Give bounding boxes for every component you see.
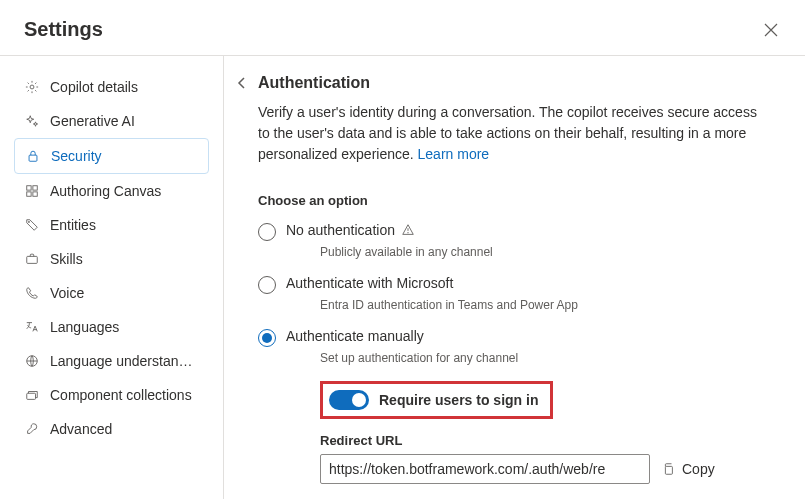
radio-button[interactable] — [258, 223, 276, 241]
sidebar-item-generative-ai[interactable]: Generative AI — [14, 104, 209, 138]
settings-header: Settings — [0, 0, 805, 55]
sidebar-item-label: Voice — [50, 285, 84, 301]
briefcase-icon — [24, 251, 40, 267]
svg-point-10 — [407, 232, 408, 233]
require-signin-highlight: Require users to sign in — [320, 381, 553, 419]
svg-rect-11 — [665, 466, 672, 474]
sidebar-item-copilot-details[interactable]: Copilot details — [14, 70, 209, 104]
lock-icon — [25, 148, 41, 164]
panel-description: Verify a user's identity during a conver… — [258, 102, 771, 165]
wrench-icon — [24, 421, 40, 437]
close-button[interactable] — [761, 20, 781, 40]
sidebar-item-label: Authoring Canvas — [50, 183, 161, 199]
sparkle-icon — [24, 113, 40, 129]
svg-rect-7 — [27, 256, 38, 263]
panel-title: Authentication — [258, 74, 370, 92]
sidebar-item-language-understanding[interactable]: Language understandi... — [14, 344, 209, 378]
copy-label: Copy — [682, 461, 715, 477]
sidebar-item-label: Component collections — [50, 387, 192, 403]
radio-button[interactable] — [258, 276, 276, 294]
settings-sidebar: Copilot details Generative AI Security A… — [0, 55, 224, 499]
svg-point-0 — [30, 85, 34, 89]
sidebar-item-advanced[interactable]: Advanced — [14, 412, 209, 446]
svg-point-6 — [28, 221, 30, 223]
sidebar-item-label: Advanced — [50, 421, 112, 437]
require-signin-toggle[interactable] — [329, 390, 369, 410]
sidebar-item-label: Entities — [50, 217, 96, 233]
option-label: Authenticate manually — [286, 328, 424, 344]
svg-rect-1 — [29, 155, 37, 161]
back-button[interactable] — [234, 75, 250, 91]
sidebar-item-label: Skills — [50, 251, 83, 267]
require-signin-label: Require users to sign in — [379, 392, 538, 408]
tag-icon — [24, 217, 40, 233]
sidebar-item-languages[interactable]: Languages — [14, 310, 209, 344]
svg-rect-2 — [27, 186, 31, 190]
chevron-left-icon — [236, 77, 248, 89]
option-label: Authenticate with Microsoft — [286, 275, 453, 291]
copy-icon — [660, 461, 676, 477]
sidebar-item-label: Generative AI — [50, 113, 135, 129]
sidebar-item-label: Copilot details — [50, 79, 138, 95]
radio-button[interactable] — [258, 329, 276, 347]
sidebar-item-component-collections[interactable]: Component collections — [14, 378, 209, 412]
sidebar-item-authoring-canvas[interactable]: Authoring Canvas — [14, 174, 209, 208]
choose-option-label: Choose an option — [258, 193, 771, 208]
grid-icon — [24, 183, 40, 199]
option-authenticate-microsoft[interactable]: Authenticate with Microsoft — [258, 269, 771, 296]
sidebar-item-label: Language understandi... — [50, 353, 199, 369]
option-sublabel: Publicly available in any channel — [320, 245, 771, 259]
phone-icon — [24, 285, 40, 301]
page-title: Settings — [24, 18, 103, 41]
collection-icon — [24, 387, 40, 403]
auth-options: No authentication Publicly available in … — [258, 216, 771, 499]
option-no-authentication[interactable]: No authentication — [258, 216, 771, 243]
globe-icon — [24, 353, 40, 369]
close-icon — [764, 23, 778, 37]
option-authenticate-manually[interactable]: Authenticate manually — [258, 322, 771, 349]
sidebar-item-entities[interactable]: Entities — [14, 208, 209, 242]
option-label: No authentication — [286, 222, 415, 238]
learn-more-link[interactable]: Learn more — [418, 146, 490, 162]
sidebar-item-skills[interactable]: Skills — [14, 242, 209, 276]
redirect-url-label: Redirect URL — [320, 433, 771, 448]
svg-rect-3 — [33, 186, 37, 190]
svg-rect-9 — [27, 393, 36, 399]
svg-rect-5 — [33, 192, 37, 196]
main-panel: Authentication Verify a user's identity … — [224, 55, 805, 499]
svg-rect-4 — [27, 192, 31, 196]
translate-icon — [24, 319, 40, 335]
redirect-url-input[interactable] — [320, 454, 650, 484]
sidebar-item-label: Security — [51, 148, 102, 164]
sidebar-item-voice[interactable]: Voice — [14, 276, 209, 310]
copy-button[interactable]: Copy — [660, 461, 715, 477]
sidebar-item-label: Languages — [50, 319, 119, 335]
sidebar-item-security[interactable]: Security — [14, 138, 209, 174]
warning-icon — [401, 223, 415, 237]
option-sublabel: Entra ID authentication in Teams and Pow… — [320, 298, 771, 312]
option-sublabel: Set up authentication for any channel — [320, 351, 771, 365]
gear-icon — [24, 79, 40, 95]
